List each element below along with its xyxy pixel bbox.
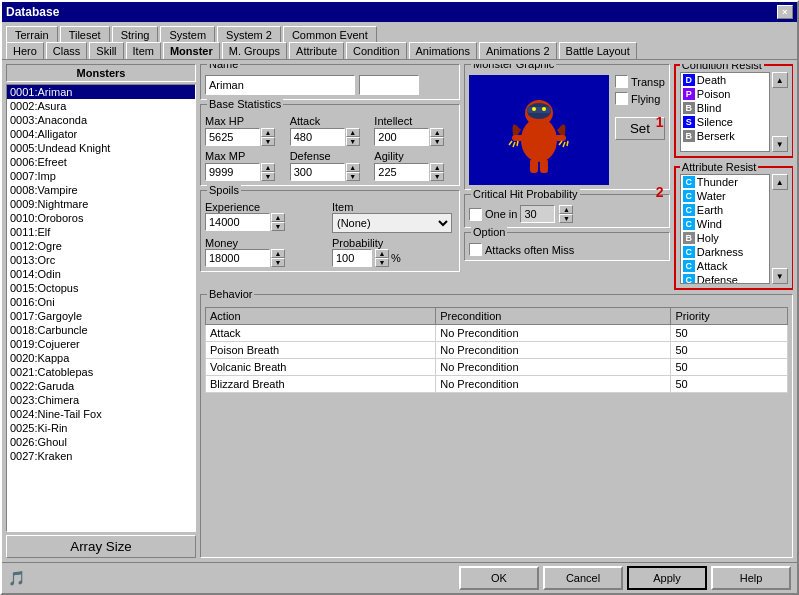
money-up[interactable]: ▲ <box>271 249 285 258</box>
max-hp-down[interactable]: ▼ <box>261 137 275 146</box>
attribute-resist-item[interactable]: CThunder <box>681 175 769 189</box>
attribute-resist-item[interactable]: CDefense <box>681 273 769 284</box>
cancel-button[interactable]: Cancel <box>543 566 623 590</box>
defense-input[interactable] <box>290 163 345 181</box>
tab-common-event[interactable]: Common Event <box>283 26 377 43</box>
attack-up[interactable]: ▲ <box>346 128 360 137</box>
condition-resist-list[interactable]: DDeathPPoisonBBlindSSilenceBBerserk <box>680 72 770 152</box>
behavior-row[interactable]: Poison BreathNo Precondition50 <box>206 342 788 359</box>
condition-resist-item[interactable]: BBlind <box>681 101 769 115</box>
tab-tileset[interactable]: Tileset <box>60 26 110 43</box>
tab-item[interactable]: Item <box>126 42 161 59</box>
tab-animations2[interactable]: Animations 2 <box>479 42 557 59</box>
monsters-list-item[interactable]: 0017:Gargoyle <box>7 309 195 323</box>
monsters-list-item[interactable]: 0002:Asura <box>7 99 195 113</box>
intellect-up[interactable]: ▲ <box>430 128 444 137</box>
tab-system[interactable]: System <box>160 26 215 43</box>
tab-hero[interactable]: Hero <box>6 42 44 59</box>
monsters-list-item[interactable]: 0005:Undead Knight <box>7 141 195 155</box>
max-hp-up[interactable]: ▲ <box>261 128 275 137</box>
agility-down[interactable]: ▼ <box>430 172 444 181</box>
monsters-list-item[interactable]: 0020:Kappa <box>7 351 195 365</box>
monsters-list-item[interactable]: 0007:Imp <box>7 169 195 183</box>
monsters-listbox[interactable]: 0001:Ariman0002:Asura0003:Anaconda0004:A… <box>6 84 196 532</box>
tab-string[interactable]: String <box>112 26 159 43</box>
monsters-list-item[interactable]: 0011:Elf <box>7 225 195 239</box>
monsters-list-item[interactable]: 0024:Nine-Tail Fox <box>7 407 195 421</box>
monsters-list-item[interactable]: 0027:Kraken <box>7 449 195 463</box>
tab-terrain[interactable]: Terrain <box>6 26 58 43</box>
monsters-list-item[interactable]: 0010:Oroboros <box>7 211 195 225</box>
critical-hit-input[interactable] <box>520 205 555 223</box>
monsters-list-item[interactable]: 0021:Catoblepas <box>7 365 195 379</box>
probability-input[interactable] <box>332 249 372 267</box>
attribute-resist-item[interactable]: BHoly <box>681 231 769 245</box>
max-mp-input[interactable] <box>205 163 260 181</box>
apply-button[interactable]: Apply <box>627 566 707 590</box>
crit-up[interactable]: ▲ <box>559 205 573 214</box>
monsters-list-item[interactable]: 0019:Cojuerer <box>7 337 195 351</box>
defense-down[interactable]: ▼ <box>346 172 360 181</box>
condition-resist-scroll-down[interactable]: ▼ <box>772 136 788 152</box>
attack-input[interactable] <box>290 128 345 146</box>
condition-resist-item[interactable]: SSilence <box>681 115 769 129</box>
monsters-list-item[interactable]: 0015:Octopus <box>7 281 195 295</box>
flying-checkbox[interactable] <box>615 92 628 105</box>
probability-up[interactable]: ▲ <box>375 249 389 258</box>
graphic-area[interactable] <box>469 75 609 185</box>
max-mp-up[interactable]: ▲ <box>261 163 275 172</box>
monsters-list-item[interactable]: 0013:Orc <box>7 253 195 267</box>
tab-system2[interactable]: System 2 <box>217 26 281 43</box>
set-button[interactable]: Set <box>615 117 665 140</box>
tab-battle-layout[interactable]: Battle Layout <box>559 42 637 59</box>
tab-condition[interactable]: Condition <box>346 42 406 59</box>
attribute-resist-list[interactable]: CThunderCWaterCEarthCWindBHolyCDarknessC… <box>680 174 770 284</box>
attribute-resist-scroll-down[interactable]: ▼ <box>772 268 788 284</box>
tab-animations[interactable]: Animations <box>409 42 477 59</box>
tab-monster[interactable]: Monster <box>163 42 220 59</box>
intellect-input[interactable] <box>374 128 429 146</box>
attribute-resist-item[interactable]: CWind <box>681 217 769 231</box>
critical-hit-checkbox[interactable] <box>469 208 482 221</box>
attribute-resist-item[interactable]: CAttack <box>681 259 769 273</box>
item-dropdown[interactable]: (None) <box>332 213 452 233</box>
monsters-list-item[interactable]: 0003:Anaconda <box>7 113 195 127</box>
condition-resist-item[interactable]: DDeath <box>681 73 769 87</box>
experience-up[interactable]: ▲ <box>271 213 285 222</box>
condition-resist-item[interactable]: BBerserk <box>681 129 769 143</box>
condition-resist-item[interactable]: PPoison <box>681 87 769 101</box>
monsters-list-item[interactable]: 0016:Oni <box>7 295 195 309</box>
experience-down[interactable]: ▼ <box>271 222 285 231</box>
behavior-row[interactable]: AttackNo Precondition50 <box>206 325 788 342</box>
monsters-list-item[interactable]: 0008:Vampire <box>7 183 195 197</box>
monsters-list-item[interactable]: 0014:Odin <box>7 267 195 281</box>
tab-attribute[interactable]: Attribute <box>289 42 344 59</box>
condition-resist-scroll-up[interactable]: ▲ <box>772 72 788 88</box>
monsters-list-item[interactable]: 0001:Ariman <box>7 85 195 99</box>
attribute-resist-scroll-up[interactable]: ▲ <box>772 174 788 190</box>
behavior-row[interactable]: Blizzard BreathNo Precondition50 <box>206 376 788 393</box>
monsters-list-item[interactable]: 0018:Carbuncle <box>7 323 195 337</box>
agility-input[interactable] <box>374 163 429 181</box>
monsters-list-item[interactable]: 0012:Ogre <box>7 239 195 253</box>
attribute-resist-item[interactable]: CEarth <box>681 203 769 217</box>
agility-up[interactable]: ▲ <box>430 163 444 172</box>
experience-input[interactable] <box>205 213 270 231</box>
tab-mgroups[interactable]: M. Groups <box>222 42 287 59</box>
help-button[interactable]: Help <box>711 566 791 590</box>
array-size-button[interactable]: Array Size <box>6 535 196 558</box>
name-input-2[interactable] <box>359 75 419 95</box>
money-input[interactable] <box>205 249 270 267</box>
ok-button[interactable]: OK <box>459 566 539 590</box>
defense-up[interactable]: ▲ <box>346 163 360 172</box>
close-button[interactable]: × <box>777 5 793 19</box>
behavior-row[interactable]: Volcanic BreathNo Precondition50 <box>206 359 788 376</box>
monsters-list-item[interactable]: 0026:Ghoul <box>7 435 195 449</box>
crit-down[interactable]: ▼ <box>559 214 573 223</box>
attack-down[interactable]: ▼ <box>346 137 360 146</box>
probability-down[interactable]: ▼ <box>375 258 389 267</box>
monsters-list-item[interactable]: 0023:Chimera <box>7 393 195 407</box>
max-mp-down[interactable]: ▼ <box>261 172 275 181</box>
intellect-down[interactable]: ▼ <box>430 137 444 146</box>
monsters-list-item[interactable]: 0022:Garuda <box>7 379 195 393</box>
